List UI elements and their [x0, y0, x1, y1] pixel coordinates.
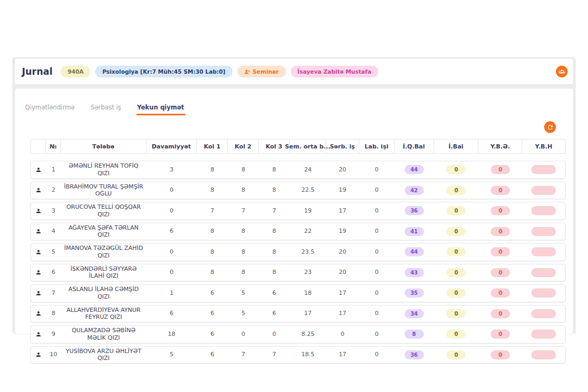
- person-icon[interactable]: [31, 248, 46, 256]
- badge-ibal: 0: [446, 288, 466, 297]
- badge-ibal: 0: [446, 330, 466, 339]
- tab-yekun-qiymət[interactable]: Yekun qiymət: [136, 101, 185, 115]
- cell-kol1: 6: [197, 288, 228, 298]
- cell-sem: 24: [290, 165, 326, 175]
- person-icon[interactable]: [31, 207, 46, 215]
- journal-header: Jurnal 940A Psixologiya [Kr:7 Müh:45 SM:…: [15, 59, 573, 84]
- page-title: Jurnal: [22, 66, 52, 77]
- cell-kol1: 8: [197, 185, 228, 195]
- cell-lab: 0: [359, 165, 394, 175]
- cell-name: ALLAHVERDİYEVA AYNUR FEYRUZ QIZI: [61, 305, 146, 323]
- cell-kol2: 0: [228, 330, 259, 339]
- student-row[interactable]: 9QULAMZADƏ SƏBİNƏ MƏLİK QIZI186008.25008…: [30, 325, 566, 343]
- cell-kol3: 8: [259, 226, 290, 236]
- person-icon[interactable]: [31, 227, 46, 236]
- cell-ybh: [522, 226, 565, 237]
- cell-iqbal: 43: [394, 267, 434, 278]
- badge-ybe: 0: [491, 165, 510, 174]
- badge-ybh: [531, 350, 556, 359]
- cell-ibal: 0: [434, 185, 479, 196]
- cell-iqbal: 44: [394, 164, 434, 175]
- cell-ybe: 0: [478, 308, 522, 319]
- column-header-iqbal: İ.Q.Bal: [394, 139, 434, 153]
- cell-dav: 0: [146, 185, 197, 195]
- student-row[interactable]: 1ƏMƏNLİ REYHAN TOFİQ QIZI3888242004400: [30, 161, 566, 179]
- cell-kol1: 6: [197, 309, 228, 318]
- student-row[interactable]: 7ASLANLI İLAHƏ CƏMŞİD QIZI1656181703500: [30, 284, 566, 302]
- tab-sərbəst-iş[interactable]: Sərbəst iş: [90, 101, 122, 115]
- badge-ybe: 0: [491, 227, 510, 236]
- cell-kol1: 6: [197, 330, 228, 339]
- person-icon[interactable]: [31, 289, 46, 297]
- person-icon[interactable]: [31, 268, 46, 277]
- cell-kol1: 8: [197, 226, 228, 236]
- refresh-button[interactable]: [544, 121, 556, 133]
- column-header-name: Tələbə: [61, 139, 146, 153]
- badge-ybe: 0: [491, 288, 510, 297]
- badge-ybh: [531, 288, 556, 297]
- cell-ybe: 0: [478, 164, 522, 175]
- cell-ybh: [522, 185, 565, 196]
- person-icon[interactable]: [31, 186, 46, 194]
- student-row[interactable]: 3ORUCOVA TELLİ QOŞQAR QIZI0777191703600: [30, 202, 566, 220]
- student-row[interactable]: 2İBRAHİMOV TURAL ŞƏMŞİR OĞLU088822.51904…: [30, 182, 566, 200]
- cell-ybh: [522, 267, 565, 278]
- cell-lab: 0: [359, 330, 394, 339]
- badge-ybe: 0: [491, 309, 510, 318]
- badge-iqbal: 34: [405, 309, 424, 318]
- person-icon[interactable]: [31, 166, 46, 174]
- cell-kol1: 6: [197, 350, 228, 359]
- cell-dav: 6: [146, 226, 197, 236]
- content-panel: QiymətləndirməSərbəst işYekun qiymət №Tə…: [15, 89, 573, 334]
- tab-qiymətləndirmə[interactable]: Qiymətləndirmə: [24, 101, 76, 115]
- person-icon[interactable]: [31, 350, 46, 359]
- cell-kol3: 8: [259, 247, 290, 257]
- cell-sem: 23.5: [290, 247, 326, 257]
- badge-ibal: 0: [446, 186, 466, 195]
- cell-lab: 0: [359, 350, 394, 359]
- cell-ibal: 0: [434, 328, 479, 340]
- person-icon[interactable]: [31, 330, 46, 339]
- student-row[interactable]: 8ALLAHVERDİYEVA AYNUR FEYRUZ QIZI6656171…: [30, 305, 566, 323]
- student-row[interactable]: 4AĞAYEVA ŞƏFA TƏRLAN QIZI6888221904100: [30, 223, 566, 241]
- cell-kol2: 8: [228, 226, 259, 236]
- cell-serb: 0: [326, 330, 359, 339]
- badge-ibal: 0: [446, 227, 466, 236]
- person-icon[interactable]: [31, 309, 46, 318]
- badge-ybh: [531, 330, 556, 339]
- cell-name: YUSİBOVA ARZU ƏHLİYƏT QIZI: [61, 347, 146, 364]
- refresh-icon: [547, 124, 554, 131]
- cell-no: 5: [46, 247, 61, 257]
- cell-dav: 0: [146, 247, 197, 257]
- student-row[interactable]: 6İSKƏNDƏRLİ SƏYYARƏ İLAHİ QIZI0888232004…: [30, 264, 566, 282]
- subject-badge: Psixologiya [Kr:7 Müh:45 SM:30 Lab:0]: [95, 66, 232, 77]
- cell-ibal: 0: [434, 308, 479, 319]
- cell-name: ƏMƏNLİ REYHAN TOFİQ QIZI: [61, 161, 146, 178]
- cell-ybe: 0: [478, 287, 522, 299]
- column-header-lab: Lab. işi: [359, 139, 394, 153]
- cell-sem: 17: [290, 309, 326, 318]
- grades-table: №TələbəDavamiyyətKol 1Kol 2Kol 3Sem. ort…: [30, 139, 566, 364]
- cell-sem: 22: [290, 226, 326, 236]
- participants-button[interactable]: [556, 66, 568, 77]
- cell-kol2: 8: [228, 247, 259, 257]
- badge-iqbal: 44: [405, 165, 424, 174]
- student-row[interactable]: 10YUSİBOVA ARZU ƏHLİYƏT QIZI567718.51703…: [30, 346, 566, 364]
- cell-kol3: 6: [259, 288, 290, 298]
- cell-lab: 0: [359, 268, 394, 277]
- badge-iqbal: 8: [405, 330, 424, 339]
- cell-kol3: 8: [259, 268, 290, 277]
- cell-no: 10: [46, 350, 61, 359]
- cell-serb: 20: [326, 247, 359, 257]
- badge-ybe: 0: [491, 247, 510, 256]
- badge-iqbal: 42: [405, 186, 424, 195]
- cell-serb: 19: [326, 226, 359, 236]
- cell-serb: 20: [326, 165, 359, 175]
- column-header-dav: Davamiyyət: [146, 139, 197, 153]
- cell-ybe: 0: [478, 328, 522, 340]
- cell-no: 2: [46, 185, 61, 195]
- student-row[interactable]: 5İMANOVA TƏZƏGÜL ZAHİD QIZI088823.520044…: [30, 243, 566, 261]
- cell-no: 7: [46, 288, 61, 298]
- column-header-no: №: [46, 139, 61, 153]
- badge-ibal: 0: [446, 350, 466, 359]
